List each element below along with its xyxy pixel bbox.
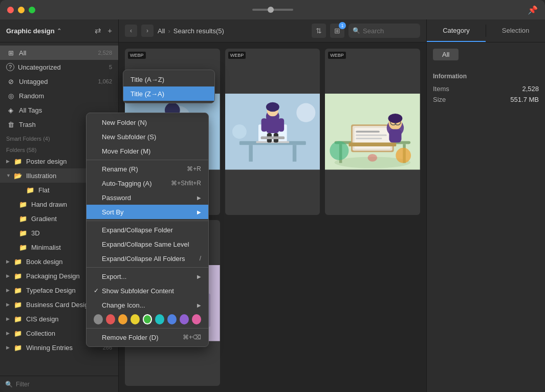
filter-button[interactable]: ⊞ 1 bbox=[330, 24, 344, 38]
menu-label-sort-by: Sort By bbox=[102, 208, 124, 216]
menu-item-auto-tagging[interactable]: Auto-Tagging (A) ⌘+Shfit+R bbox=[86, 176, 208, 190]
svg-rect-18 bbox=[256, 141, 289, 143]
tab-selection[interactable]: Selection bbox=[486, 19, 545, 42]
filter-icon: 🔍 bbox=[5, 381, 13, 388]
filter-input[interactable] bbox=[16, 381, 113, 388]
svg-rect-48 bbox=[389, 129, 402, 143]
svg-point-49 bbox=[396, 148, 411, 163]
color-dot-blue[interactable] bbox=[167, 314, 177, 324]
arrow-icon: ▶ bbox=[197, 274, 201, 279]
color-dot-red[interactable] bbox=[106, 314, 115, 324]
color-dot-gray[interactable] bbox=[94, 314, 103, 324]
shortcut-remove: ⌘+⌫ bbox=[183, 334, 201, 341]
menu-item-expand-all[interactable]: Expand/Collapse All Folders / bbox=[86, 251, 208, 266]
menu-item-change-icon[interactable]: Change Icon... ▶ bbox=[86, 298, 208, 312]
brightness-slider[interactable] bbox=[252, 9, 293, 11]
minimize-button[interactable] bbox=[18, 7, 25, 13]
sort-button[interactable]: ⇅ bbox=[312, 24, 326, 38]
sidebar-item-random[interactable]: ◎ Random bbox=[0, 89, 118, 103]
arrow-icon: ▶ bbox=[197, 209, 201, 215]
menu-item-expand-collapse[interactable]: Expand/Collapse Folder bbox=[86, 223, 208, 237]
sidebar-label-uncategorized: Uncategorized bbox=[18, 63, 109, 71]
folder-open-icon: 📂 bbox=[13, 171, 23, 180]
traffic-lights bbox=[7, 7, 35, 13]
expand-arrow-illustration-icon: ▼ bbox=[6, 173, 12, 178]
expand-arrow-collection-icon: ▶ bbox=[6, 331, 12, 336]
menu-label-password: Password bbox=[102, 194, 131, 202]
sidebar-label-random: Random bbox=[19, 92, 112, 100]
sidebar-item-uncategorized[interactable]: ? Uncategorized 5 bbox=[0, 60, 118, 74]
sidebar-item-all[interactable]: ⊞ All 2,528 bbox=[0, 46, 118, 60]
webp-badge-2: WEBP bbox=[228, 52, 246, 59]
svg-rect-27 bbox=[260, 137, 284, 140]
shortcut-expand-all: / bbox=[200, 255, 201, 262]
menu-item-export[interactable]: Export... ▶ bbox=[86, 269, 208, 284]
forward-button[interactable]: › bbox=[141, 25, 154, 37]
svg-rect-23 bbox=[261, 118, 267, 132]
menu-item-new-folder[interactable]: New Folder (N) bbox=[86, 115, 208, 129]
color-dot-orange[interactable] bbox=[118, 314, 127, 324]
color-dot-teal[interactable] bbox=[155, 314, 164, 324]
folder-hand-drawn-icon: 📁 bbox=[18, 200, 28, 209]
folder-cis-icon: 📁 bbox=[13, 314, 23, 323]
check-subfolder-icon: ✓ bbox=[94, 287, 102, 294]
main-layout: Graphic design ⌃ ⇄ + ⊞ All 2,528 ? Uncat… bbox=[0, 19, 545, 392]
submenu-item-title-az[interactable]: Title (A→Z) bbox=[123, 72, 214, 86]
svg-rect-38 bbox=[356, 130, 380, 133]
breadcrumb-current: Search results(5) bbox=[173, 27, 224, 35]
folder-flat-icon: 📁 bbox=[26, 185, 35, 194]
sidebar-title: Graphic design ⌃ bbox=[6, 27, 61, 35]
info-title: Information bbox=[433, 73, 539, 80]
sidebar-actions: ⇄ + bbox=[95, 26, 112, 35]
color-dot-pink[interactable] bbox=[192, 314, 201, 324]
image-card-3[interactable]: WEBP bbox=[325, 49, 420, 215]
size-label: Size bbox=[433, 96, 446, 103]
breadcrumb-root[interactable]: All bbox=[158, 27, 165, 35]
menu-item-show-subfolder[interactable]: ✓ Show Subfolder Content bbox=[86, 284, 208, 298]
menu-item-password[interactable]: Password ▶ bbox=[86, 190, 208, 205]
image-card-2[interactable]: WEBP bbox=[225, 49, 320, 215]
svg-point-51 bbox=[368, 154, 378, 162]
add-button[interactable]: + bbox=[107, 26, 112, 35]
submenu-label-title-za: Title (Z→A) bbox=[130, 90, 164, 98]
search-box: 🔍 bbox=[348, 24, 420, 38]
back-button[interactable]: ‹ bbox=[125, 25, 137, 37]
menu-item-new-subfolder[interactable]: New Subfolder (S) bbox=[86, 129, 208, 144]
webp-badge-3: WEBP bbox=[328, 52, 346, 59]
menu-item-expand-same[interactable]: Expand/Collapse Same Level bbox=[86, 237, 208, 251]
menu-label-expand-same: Expand/Collapse Same Level bbox=[102, 241, 189, 248]
tab-category[interactable]: Category bbox=[427, 19, 486, 42]
color-dot-yellow[interactable] bbox=[130, 314, 140, 324]
filter-badge: 1 bbox=[339, 22, 346, 29]
fullscreen-button[interactable] bbox=[29, 7, 35, 13]
menu-item-rename[interactable]: Rename (R) ⌘+R bbox=[86, 162, 208, 176]
menu-item-remove-folder[interactable]: Remove Folder (D) ⌘+⌫ bbox=[86, 330, 208, 344]
color-dot-purple[interactable] bbox=[180, 314, 189, 324]
folder-icon: 📁 bbox=[13, 157, 23, 166]
svg-rect-40 bbox=[356, 138, 382, 139]
swap-button[interactable]: ⇄ bbox=[95, 26, 101, 35]
menu-separator-4 bbox=[86, 328, 208, 329]
size-value: 551.7 MB bbox=[510, 96, 539, 103]
pin-icon[interactable]: 📌 bbox=[528, 5, 538, 15]
trash-icon: 🗑 bbox=[6, 120, 15, 129]
submenu-item-title-za[interactable]: Title (Z→A) bbox=[123, 86, 214, 101]
close-button[interactable] bbox=[7, 7, 14, 13]
svg-rect-41 bbox=[349, 143, 397, 146]
menu-item-sort-by[interactable]: Sort By ▶ bbox=[86, 205, 208, 219]
breadcrumb-separator: › bbox=[168, 27, 170, 35]
svg-rect-22 bbox=[266, 117, 279, 133]
color-dot-green[interactable] bbox=[143, 314, 152, 324]
menu-label-auto-tagging: Auto-Tagging (A) bbox=[102, 180, 152, 187]
content-header: ‹ › All › Search results(5) ⇅ ⊞ 1 🔍 bbox=[119, 19, 426, 42]
all-badge[interactable]: All bbox=[433, 49, 459, 60]
folder-3d-icon: 📁 bbox=[18, 228, 28, 237]
menu-item-move-folder[interactable]: Move Folder (M) bbox=[86, 144, 208, 158]
menu-label-move-folder: Move Folder (M) bbox=[102, 147, 150, 155]
expand-arrow-book-icon: ▶ bbox=[6, 259, 12, 264]
all-icon: ⊞ bbox=[6, 48, 15, 57]
expand-arrow-icon: ▶ bbox=[6, 159, 12, 164]
color-dots-row bbox=[86, 312, 208, 326]
sidebar-item-untagged[interactable]: ⊘ Untagged 1,062 bbox=[0, 74, 118, 89]
menu-separator-3 bbox=[86, 267, 208, 268]
